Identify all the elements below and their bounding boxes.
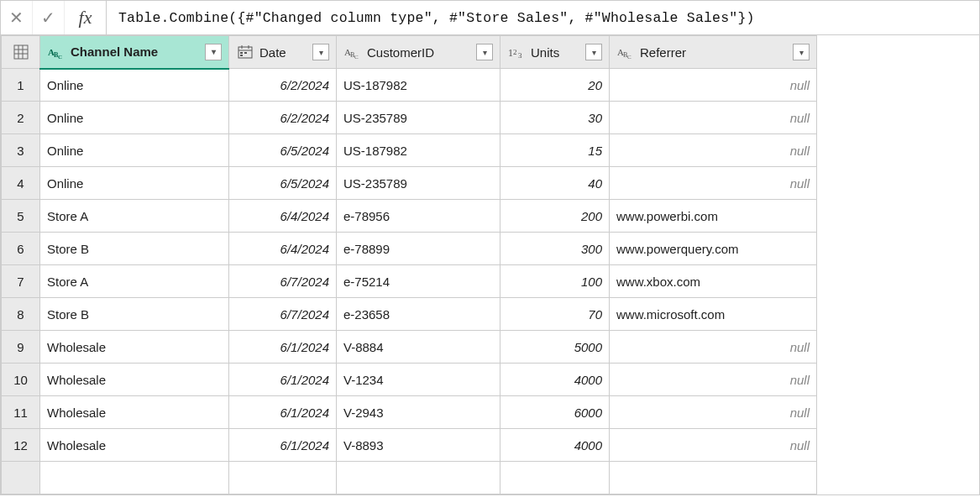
- table-row[interactable]: 6Store B6/4/2024e-78899300www.powerquery…: [2, 233, 817, 265]
- number-type-icon: 123: [507, 45, 526, 59]
- cell-referrer[interactable]: www.powerquery.com: [610, 233, 817, 265]
- row-number[interactable]: 7: [2, 265, 40, 298]
- cell-referrer[interactable]: null: [610, 134, 817, 167]
- cell-date[interactable]: 6/2/2024: [229, 69, 337, 102]
- cell-referrer[interactable]: null: [610, 102, 817, 134]
- cell-customer[interactable]: V-8893: [337, 429, 500, 462]
- row-number[interactable]: 1: [2, 69, 40, 102]
- column-header-units[interactable]: 123 Units ▾: [500, 36, 610, 69]
- cell-units[interactable]: 300: [500, 233, 610, 265]
- cell-customer[interactable]: V-2943: [337, 396, 500, 429]
- column-header-date[interactable]: Date ▾: [229, 36, 337, 69]
- row-number[interactable]: 6: [2, 233, 40, 265]
- cell-customer[interactable]: V-8884: [337, 331, 500, 364]
- column-header-referrer[interactable]: ABC Referrer ▾: [610, 36, 817, 69]
- row-number[interactable]: 11: [2, 396, 40, 429]
- cell-channel[interactable]: Store A: [40, 265, 229, 298]
- cell-channel[interactable]: Wholesale: [40, 331, 229, 364]
- cell-units[interactable]: 40: [500, 167, 610, 200]
- cell-date[interactable]: 6/4/2024: [229, 233, 337, 265]
- cell-units[interactable]: 4000: [500, 364, 610, 396]
- cell-referrer[interactable]: null: [610, 396, 817, 429]
- row-number[interactable]: 2: [2, 102, 40, 134]
- cell-empty: [40, 462, 229, 494]
- cell-channel[interactable]: Online: [40, 102, 229, 134]
- row-number[interactable]: 5: [2, 200, 40, 233]
- cell-customer[interactable]: US-187982: [337, 134, 500, 167]
- cell-date[interactable]: 6/1/2024: [229, 429, 337, 462]
- cell-customer[interactable]: US-187982: [337, 69, 500, 102]
- cell-units[interactable]: 4000: [500, 429, 610, 462]
- cell-customer[interactable]: e-78899: [337, 233, 500, 265]
- cell-units[interactable]: 30: [500, 102, 610, 134]
- cell-date[interactable]: 6/1/2024: [229, 396, 337, 429]
- formula-confirm-button[interactable]: ✓: [33, 1, 65, 34]
- table-row[interactable]: 8Store B6/7/2024e-2365870www.microsoft.c…: [2, 298, 817, 331]
- formula-cancel-button[interactable]: ✕: [1, 1, 33, 34]
- cell-channel[interactable]: Store A: [40, 200, 229, 233]
- table-row[interactable]: 7Store A6/7/2024e-75214100www.xbox.com: [2, 265, 817, 298]
- table-row[interactable]: 12Wholesale6/1/2024V-88934000null: [2, 429, 817, 462]
- cell-customer[interactable]: US-235789: [337, 167, 500, 200]
- cell-channel[interactable]: Wholesale: [40, 364, 229, 396]
- table-row[interactable]: 1Online6/2/2024US-18798220null: [2, 69, 817, 102]
- cell-units[interactable]: 6000: [500, 396, 610, 429]
- cell-date[interactable]: 6/5/2024: [229, 167, 337, 200]
- cell-customer[interactable]: e-78956: [337, 200, 500, 233]
- column-header-channel[interactable]: ABC Channel Name ▾: [40, 36, 229, 69]
- cell-date[interactable]: 6/7/2024: [229, 298, 337, 331]
- row-number[interactable]: 12: [2, 429, 40, 462]
- table-row[interactable]: 4Online6/5/2024US-23578940null: [2, 167, 817, 200]
- table-row[interactable]: 2Online6/2/2024US-23578930null: [2, 102, 817, 134]
- cell-channel[interactable]: Wholesale: [40, 396, 229, 429]
- row-number[interactable]: 10: [2, 364, 40, 396]
- cell-referrer[interactable]: null: [610, 167, 817, 200]
- formula-input[interactable]: [107, 1, 979, 34]
- row-number[interactable]: 4: [2, 167, 40, 200]
- column-header-customer[interactable]: ABC CustomerID ▾: [337, 36, 500, 69]
- cell-referrer[interactable]: www.xbox.com: [610, 265, 817, 298]
- column-filter-button[interactable]: ▾: [585, 44, 602, 60]
- cell-units[interactable]: 100: [500, 265, 610, 298]
- cell-referrer[interactable]: null: [610, 331, 817, 364]
- table-row[interactable]: 5Store A6/4/2024e-78956200www.powerbi.co…: [2, 200, 817, 233]
- cell-channel[interactable]: Online: [40, 167, 229, 200]
- cell-referrer[interactable]: www.microsoft.com: [610, 298, 817, 331]
- cell-channel[interactable]: Online: [40, 134, 229, 167]
- column-filter-button[interactable]: ▾: [205, 44, 222, 60]
- cell-date[interactable]: 6/1/2024: [229, 331, 337, 364]
- column-filter-button[interactable]: ▾: [793, 44, 810, 60]
- cell-customer[interactable]: e-23658: [337, 298, 500, 331]
- row-number[interactable]: 9: [2, 331, 40, 364]
- cell-date[interactable]: 6/1/2024: [229, 364, 337, 396]
- cell-channel[interactable]: Store B: [40, 298, 229, 331]
- cell-units[interactable]: 5000: [500, 331, 610, 364]
- cell-date[interactable]: 6/2/2024: [229, 102, 337, 134]
- row-number[interactable]: 3: [2, 134, 40, 167]
- row-number[interactable]: 8: [2, 298, 40, 331]
- cell-referrer[interactable]: null: [610, 429, 817, 462]
- table-row[interactable]: 9Wholesale6/1/2024V-88845000null: [2, 331, 817, 364]
- cell-referrer[interactable]: null: [610, 364, 817, 396]
- column-filter-button[interactable]: ▾: [476, 44, 493, 60]
- cell-units[interactable]: 15: [500, 134, 610, 167]
- cell-channel[interactable]: Wholesale: [40, 429, 229, 462]
- cell-date[interactable]: 6/4/2024: [229, 200, 337, 233]
- cell-customer[interactable]: US-235789: [337, 102, 500, 134]
- table-row[interactable]: 10Wholesale6/1/2024V-12344000null: [2, 364, 817, 396]
- cell-channel[interactable]: Store B: [40, 233, 229, 265]
- cell-referrer[interactable]: www.powerbi.com: [610, 200, 817, 233]
- cell-customer[interactable]: e-75214: [337, 265, 500, 298]
- table-row[interactable]: 11Wholesale6/1/2024V-29436000null: [2, 396, 817, 429]
- cell-channel[interactable]: Online: [40, 69, 229, 102]
- column-filter-button[interactable]: ▾: [312, 44, 329, 60]
- cell-units[interactable]: 200: [500, 200, 610, 233]
- cell-units[interactable]: 70: [500, 298, 610, 331]
- cell-referrer[interactable]: null: [610, 69, 817, 102]
- table-row[interactable]: 3Online6/5/2024US-18798215null: [2, 134, 817, 167]
- cell-units[interactable]: 20: [500, 69, 610, 102]
- cell-date[interactable]: 6/5/2024: [229, 134, 337, 167]
- cell-date[interactable]: 6/7/2024: [229, 265, 337, 298]
- table-corner[interactable]: [2, 36, 40, 69]
- cell-customer[interactable]: V-1234: [337, 364, 500, 396]
